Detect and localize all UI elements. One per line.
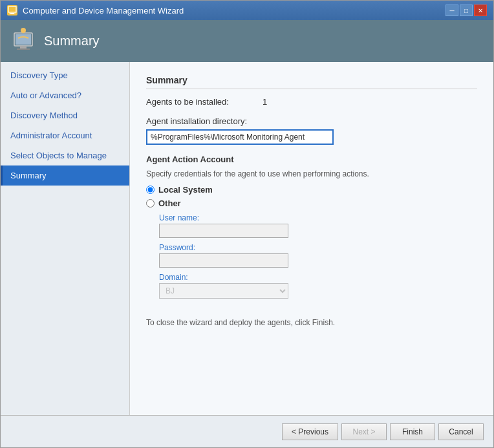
finish-button[interactable]: Finish	[390, 423, 435, 440]
minimize-button[interactable]: ─	[446, 5, 458, 16]
agents-value: 1	[263, 97, 267, 107]
domain-select[interactable]: BJ	[159, 283, 288, 299]
agent-action-title: Agent Action Account	[146, 155, 477, 164]
window-title: Computer and Device Management Wizard	[23, 6, 184, 16]
next-button[interactable]: Next >	[341, 423, 387, 440]
sidebar-item-auto-advanced[interactable]: Auto or Advanced?	[1, 85, 129, 105]
other-row: Other	[146, 198, 477, 208]
sidebar-item-summary[interactable]: Summary	[1, 165, 129, 186]
title-bar: Computer and Device Management Wizard ─ …	[1, 1, 493, 20]
header-title: Summary	[44, 34, 100, 48]
app-icon	[7, 5, 17, 16]
title-bar-left: Computer and Device Management Wizard	[7, 5, 184, 16]
specify-text: Specify credentials for the agent to use…	[146, 169, 477, 178]
maximize-button[interactable]: □	[460, 5, 473, 16]
wizard-icon	[10, 28, 36, 54]
cancel-button[interactable]: Cancel	[438, 423, 484, 440]
password-group: Password:	[159, 243, 477, 268]
install-dir-label: Agent installation directory:	[146, 116, 477, 126]
password-label: Password:	[159, 243, 477, 252]
sidebar-item-discovery-type[interactable]: Discovery Type	[1, 65, 129, 85]
username-group: User name:	[159, 213, 477, 238]
svg-rect-4	[16, 34, 31, 45]
svg-rect-0	[8, 6, 16, 12]
password-input[interactable]	[159, 253, 288, 268]
sidebar-item-select-objects[interactable]: Select Objects to Manage	[1, 145, 129, 165]
svg-rect-2	[9, 14, 16, 14]
svg-rect-6	[17, 48, 30, 50]
previous-button[interactable]: < Previous	[282, 423, 338, 440]
main-panel: Summary Agents to be installed: 1 Agent …	[130, 62, 493, 415]
sidebar-item-administrator-account[interactable]: Administrator Account	[1, 125, 129, 145]
content-area: Discovery Type Auto or Advanced? Discove…	[1, 62, 493, 415]
close-button[interactable]: ✕	[474, 5, 487, 16]
local-system-label: Local System	[158, 185, 213, 195]
install-dir-input[interactable]	[146, 129, 334, 145]
domain-label: Domain:	[159, 273, 477, 282]
section-title: Summary	[146, 75, 477, 89]
other-label: Other	[158, 198, 181, 208]
sidebar: Discovery Type Auto or Advanced? Discove…	[1, 62, 130, 415]
svg-rect-5	[20, 46, 27, 48]
local-system-row: Local System	[146, 185, 477, 195]
finish-instructions: To close the wizard and deploy the agent…	[146, 318, 477, 327]
sidebar-item-discovery-method[interactable]: Discovery Method	[1, 105, 129, 125]
svg-point-7	[21, 28, 26, 33]
install-dir-group: Agent installation directory:	[146, 116, 477, 145]
window-controls: ─ □ ✕	[446, 5, 487, 16]
action-account-radio-group: Local System Other	[146, 185, 477, 208]
header-bar: Summary	[1, 20, 493, 62]
username-input[interactable]	[159, 224, 288, 238]
footer: < Previous Next > Finish Cancel	[1, 415, 493, 447]
agents-row: Agents to be installed: 1	[146, 97, 477, 107]
main-window: Computer and Device Management Wizard ─ …	[0, 0, 494, 448]
other-radio[interactable]	[146, 199, 155, 208]
local-system-radio[interactable]	[146, 186, 155, 194]
username-label: User name:	[159, 213, 477, 222]
domain-group: Domain: BJ	[159, 273, 477, 299]
agents-label: Agents to be installed:	[146, 97, 263, 107]
